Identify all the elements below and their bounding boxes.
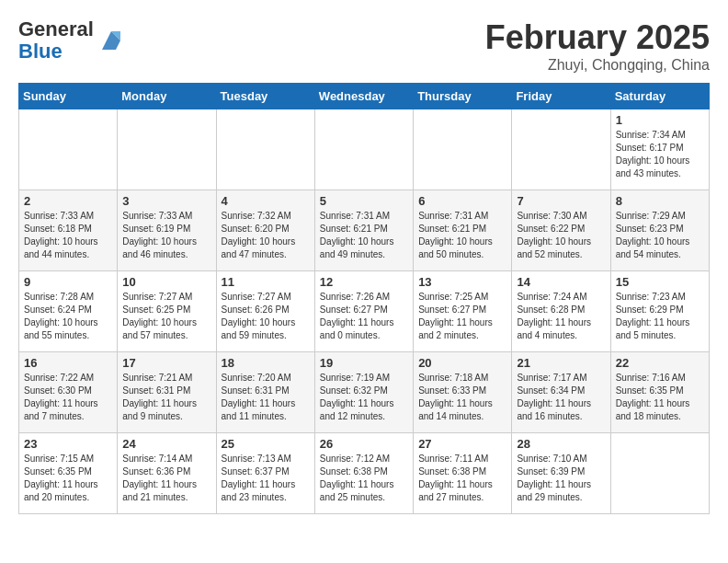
day-number: 12 xyxy=(320,275,408,289)
day-number: 1 xyxy=(616,113,704,127)
calendar-cell: 13Sunrise: 7:25 AMSunset: 6:27 PMDayligh… xyxy=(414,271,512,352)
weekday-header-friday: Friday xyxy=(512,84,610,109)
calendar-cell: 18Sunrise: 7:20 AMSunset: 6:31 PMDayligh… xyxy=(216,352,314,433)
day-info: Sunrise: 7:21 AMSunset: 6:31 PMDaylight:… xyxy=(122,372,210,423)
calendar-cell: 4Sunrise: 7:32 AMSunset: 6:20 PMDaylight… xyxy=(216,190,314,271)
day-number: 10 xyxy=(122,275,210,289)
day-number: 25 xyxy=(222,437,310,451)
calendar-cell: 12Sunrise: 7:26 AMSunset: 6:27 PMDayligh… xyxy=(314,271,413,352)
calendar-cell: 26Sunrise: 7:12 AMSunset: 6:38 PMDayligh… xyxy=(314,433,413,514)
calendar-cell: 8Sunrise: 7:29 AMSunset: 6:23 PMDaylight… xyxy=(610,190,709,271)
location: Zhuyi, Chongqing, China xyxy=(485,57,710,74)
day-number: 20 xyxy=(418,356,506,370)
weekday-header-monday: Monday xyxy=(118,84,216,109)
day-info: Sunrise: 7:10 AMSunset: 6:39 PMDaylight:… xyxy=(517,453,605,504)
day-number: 3 xyxy=(122,194,210,208)
day-number: 27 xyxy=(418,437,506,451)
calendar-cell: 25Sunrise: 7:13 AMSunset: 6:37 PMDayligh… xyxy=(216,433,314,514)
calendar-cell: 16Sunrise: 7:22 AMSunset: 6:30 PMDayligh… xyxy=(19,352,118,433)
weekday-header: SundayMondayTuesdayWednesdayThursdayFrid… xyxy=(19,84,710,109)
calendar-cell: 23Sunrise: 7:15 AMSunset: 6:35 PMDayligh… xyxy=(19,433,118,514)
day-number: 6 xyxy=(418,194,506,208)
day-info: Sunrise: 7:31 AMSunset: 6:21 PMDaylight:… xyxy=(320,210,408,261)
logo-icon xyxy=(97,27,125,54)
day-info: Sunrise: 7:33 AMSunset: 6:18 PMDaylight:… xyxy=(24,210,112,261)
day-number: 7 xyxy=(517,194,605,208)
calendar-cell: 14Sunrise: 7:24 AMSunset: 6:28 PMDayligh… xyxy=(512,271,610,352)
weekday-header-wednesday: Wednesday xyxy=(314,84,413,109)
day-number: 8 xyxy=(616,194,704,208)
calendar-cell: 28Sunrise: 7:10 AMSunset: 6:39 PMDayligh… xyxy=(512,433,610,514)
logo: General Blue xyxy=(18,18,125,63)
day-number: 16 xyxy=(24,356,112,370)
day-number: 28 xyxy=(517,437,605,451)
calendar-cell: 3Sunrise: 7:33 AMSunset: 6:19 PMDaylight… xyxy=(118,190,216,271)
day-info: Sunrise: 7:11 AMSunset: 6:38 PMDaylight:… xyxy=(418,453,506,504)
calendar-cell xyxy=(19,109,118,190)
day-info: Sunrise: 7:12 AMSunset: 6:38 PMDaylight:… xyxy=(320,453,408,504)
day-info: Sunrise: 7:27 AMSunset: 6:25 PMDaylight:… xyxy=(122,291,210,342)
calendar-week-5: 23Sunrise: 7:15 AMSunset: 6:35 PMDayligh… xyxy=(19,433,710,514)
calendar-cell: 24Sunrise: 7:14 AMSunset: 6:36 PMDayligh… xyxy=(118,433,216,514)
day-info: Sunrise: 7:29 AMSunset: 6:23 PMDaylight:… xyxy=(616,210,704,261)
calendar-cell: 2Sunrise: 7:33 AMSunset: 6:18 PMDaylight… xyxy=(19,190,118,271)
day-number: 5 xyxy=(320,194,408,208)
day-number: 15 xyxy=(616,275,704,289)
day-info: Sunrise: 7:24 AMSunset: 6:28 PMDaylight:… xyxy=(517,291,605,342)
calendar-cell: 27Sunrise: 7:11 AMSunset: 6:38 PMDayligh… xyxy=(414,433,512,514)
day-number: 26 xyxy=(320,437,408,451)
day-info: Sunrise: 7:30 AMSunset: 6:22 PMDaylight:… xyxy=(517,210,605,261)
day-info: Sunrise: 7:19 AMSunset: 6:32 PMDaylight:… xyxy=(320,372,408,423)
calendar-week-4: 16Sunrise: 7:22 AMSunset: 6:30 PMDayligh… xyxy=(19,352,710,433)
weekday-header-saturday: Saturday xyxy=(610,84,709,109)
day-info: Sunrise: 7:33 AMSunset: 6:19 PMDaylight:… xyxy=(122,210,210,261)
calendar-cell: 5Sunrise: 7:31 AMSunset: 6:21 PMDaylight… xyxy=(314,190,413,271)
day-number: 22 xyxy=(616,356,704,370)
calendar-cell xyxy=(512,109,610,190)
day-number: 2 xyxy=(24,194,112,208)
month-title: February 2025 xyxy=(485,18,710,57)
calendar-cell xyxy=(610,433,709,514)
calendar-cell: 22Sunrise: 7:16 AMSunset: 6:35 PMDayligh… xyxy=(610,352,709,433)
day-info: Sunrise: 7:20 AMSunset: 6:31 PMDaylight:… xyxy=(222,372,310,423)
calendar-cell xyxy=(414,109,512,190)
day-info: Sunrise: 7:28 AMSunset: 6:24 PMDaylight:… xyxy=(24,291,112,342)
day-number: 18 xyxy=(222,356,310,370)
weekday-header-thursday: Thursday xyxy=(414,84,512,109)
day-info: Sunrise: 7:26 AMSunset: 6:27 PMDaylight:… xyxy=(320,291,408,342)
day-info: Sunrise: 7:18 AMSunset: 6:33 PMDaylight:… xyxy=(418,372,506,423)
day-number: 17 xyxy=(122,356,210,370)
day-number: 9 xyxy=(24,275,112,289)
calendar-cell: 17Sunrise: 7:21 AMSunset: 6:31 PMDayligh… xyxy=(118,352,216,433)
day-info: Sunrise: 7:17 AMSunset: 6:34 PMDaylight:… xyxy=(517,372,605,423)
calendar-week-1: 1Sunrise: 7:34 AMSunset: 6:17 PMDaylight… xyxy=(19,109,710,190)
day-info: Sunrise: 7:25 AMSunset: 6:27 PMDaylight:… xyxy=(418,291,506,342)
day-number: 4 xyxy=(222,194,310,208)
weekday-header-sunday: Sunday xyxy=(19,84,118,109)
day-info: Sunrise: 7:13 AMSunset: 6:37 PMDaylight:… xyxy=(222,453,310,504)
calendar-cell: 11Sunrise: 7:27 AMSunset: 6:26 PMDayligh… xyxy=(216,271,314,352)
day-info: Sunrise: 7:15 AMSunset: 6:35 PMDaylight:… xyxy=(24,453,112,504)
calendar-cell: 10Sunrise: 7:27 AMSunset: 6:25 PMDayligh… xyxy=(118,271,216,352)
calendar-cell: 20Sunrise: 7:18 AMSunset: 6:33 PMDayligh… xyxy=(414,352,512,433)
day-number: 19 xyxy=(320,356,408,370)
calendar-cell xyxy=(216,109,314,190)
calendar-cell: 15Sunrise: 7:23 AMSunset: 6:29 PMDayligh… xyxy=(610,271,709,352)
calendar-week-2: 2Sunrise: 7:33 AMSunset: 6:18 PMDaylight… xyxy=(19,190,710,271)
weekday-header-tuesday: Tuesday xyxy=(216,84,314,109)
day-info: Sunrise: 7:27 AMSunset: 6:26 PMDaylight:… xyxy=(222,291,310,342)
calendar: SundayMondayTuesdayWednesdayThursdayFrid… xyxy=(18,83,710,514)
day-info: Sunrise: 7:23 AMSunset: 6:29 PMDaylight:… xyxy=(616,291,704,342)
day-number: 11 xyxy=(222,275,310,289)
day-info: Sunrise: 7:32 AMSunset: 6:20 PMDaylight:… xyxy=(222,210,310,261)
page-header: General Blue February 2025 Zhuyi, Chongq… xyxy=(18,18,710,74)
day-info: Sunrise: 7:14 AMSunset: 6:36 PMDaylight:… xyxy=(122,453,210,504)
day-number: 13 xyxy=(418,275,506,289)
day-info: Sunrise: 7:22 AMSunset: 6:30 PMDaylight:… xyxy=(24,372,112,423)
calendar-cell: 19Sunrise: 7:19 AMSunset: 6:32 PMDayligh… xyxy=(314,352,413,433)
day-number: 21 xyxy=(517,356,605,370)
calendar-cell: 1Sunrise: 7:34 AMSunset: 6:17 PMDaylight… xyxy=(610,109,709,190)
title-block: February 2025 Zhuyi, Chongqing, China xyxy=(485,18,710,74)
day-info: Sunrise: 7:31 AMSunset: 6:21 PMDaylight:… xyxy=(418,210,506,261)
calendar-cell xyxy=(314,109,413,190)
